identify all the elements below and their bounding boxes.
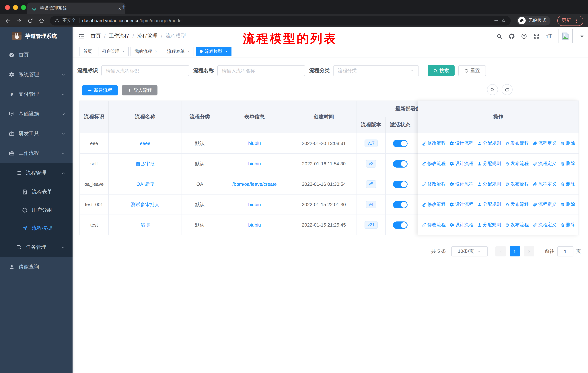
app-logo[interactable]: 芋道管理系统 bbox=[0, 27, 72, 45]
help-icon[interactable] bbox=[521, 33, 527, 39]
active-toggle[interactable] bbox=[393, 160, 408, 167]
op-publish-link[interactable]: 发布流程 bbox=[505, 181, 529, 187]
process-name-link[interactable]: OA 请假 bbox=[136, 181, 154, 187]
sidebar-item-home[interactable]: 首页 bbox=[0, 45, 72, 65]
fullscreen-icon[interactable] bbox=[534, 33, 540, 39]
prev-page-button[interactable] bbox=[495, 246, 506, 256]
import-process-button[interactable]: 导入流程 bbox=[122, 85, 157, 95]
browser-tab[interactable]: 芋道管理系统 × bbox=[27, 2, 126, 14]
refresh-table-button[interactable] bbox=[501, 84, 512, 95]
form-info-link[interactable]: /bpm/oa/leave/create bbox=[232, 181, 277, 187]
op-modify-link[interactable]: 修改流程 bbox=[422, 202, 446, 208]
bookmark-star-icon[interactable] bbox=[501, 18, 506, 23]
zoom-window-button[interactable] bbox=[21, 5, 26, 10]
active-toggle[interactable] bbox=[393, 201, 408, 208]
op-publish-link[interactable]: 发布流程 bbox=[505, 161, 529, 167]
sidebar-item-devtools[interactable]: 研发工具 bbox=[0, 124, 72, 143]
browser-menu-icon[interactable]: ⋮ bbox=[574, 18, 579, 23]
op-delete-link[interactable]: 删除 bbox=[560, 161, 575, 167]
process-name-link[interactable]: 自己审批 bbox=[136, 161, 155, 167]
op-modify-link[interactable]: 修改流程 bbox=[422, 161, 446, 167]
active-toggle[interactable] bbox=[393, 140, 408, 147]
sidebar-item-process-form[interactable]: 流程表单 bbox=[0, 183, 72, 201]
sidebar-item-task-mgmt[interactable]: 任务管理 bbox=[0, 238, 72, 257]
breadcrumb-item[interactable]: 流程管理 bbox=[137, 33, 158, 39]
version-badge[interactable]: v5 bbox=[366, 180, 376, 188]
process-category-select[interactable]: 流程分类 bbox=[333, 65, 419, 76]
op-assign-link[interactable]: 分配规则 bbox=[477, 161, 501, 167]
goto-page-input[interactable] bbox=[557, 246, 573, 256]
op-delete-link[interactable]: 删除 bbox=[560, 140, 575, 146]
version-badge[interactable]: v21 bbox=[365, 221, 378, 229]
address-bar[interactable]: 不安全 dashboard.yudao.iocoder.cn/bpm/manag… bbox=[50, 16, 511, 25]
version-badge[interactable]: v17 bbox=[365, 140, 378, 147]
form-info-link[interactable]: biubiu bbox=[248, 202, 261, 207]
op-design-link[interactable]: 设计流程 bbox=[449, 140, 473, 146]
version-badge[interactable]: v2 bbox=[366, 160, 376, 168]
search-button[interactable]: 搜索 bbox=[427, 65, 454, 76]
reset-button[interactable]: 重置 bbox=[458, 65, 486, 76]
op-publish-link[interactable]: 发布流程 bbox=[505, 222, 529, 228]
home-icon[interactable] bbox=[39, 18, 44, 23]
active-toggle[interactable] bbox=[393, 181, 408, 188]
op-delete-link[interactable]: 删除 bbox=[560, 181, 575, 187]
current-page-button[interactable]: 1 bbox=[509, 246, 520, 256]
process-name-link[interactable]: eeee bbox=[140, 141, 150, 146]
sidebar-item-workflow[interactable]: 工作流程 bbox=[0, 143, 72, 163]
op-design-link[interactable]: 设计流程 bbox=[449, 202, 473, 208]
sidebar-item-process-model[interactable]: 流程模型 bbox=[0, 219, 72, 238]
op-definition-link[interactable]: 流程定义 bbox=[532, 161, 556, 167]
version-badge[interactable]: v4 bbox=[366, 201, 376, 208]
back-icon[interactable] bbox=[5, 18, 10, 23]
op-publish-link[interactable]: 发布流程 bbox=[505, 140, 529, 146]
op-definition-link[interactable]: 流程定义 bbox=[532, 202, 556, 208]
tab-my-process[interactable]: 我的流程× bbox=[130, 47, 161, 56]
process-name-link[interactable]: 滔博 bbox=[140, 222, 150, 228]
form-info-link[interactable]: biubiu bbox=[248, 161, 261, 166]
sidebar-item-system[interactable]: 系统管理 bbox=[0, 65, 72, 84]
tab-process-model[interactable]: 流程模型× bbox=[196, 47, 232, 56]
op-assign-link[interactable]: 分配规则 bbox=[477, 140, 501, 146]
op-assign-link[interactable]: 分配规则 bbox=[477, 181, 501, 187]
op-modify-link[interactable]: 修改流程 bbox=[422, 222, 446, 228]
password-key-icon[interactable] bbox=[494, 18, 498, 23]
form-info-link[interactable]: biubiu bbox=[248, 222, 261, 228]
breadcrumb-item[interactable]: 工作流程 bbox=[109, 33, 129, 39]
sidebar-item-process-mgmt[interactable]: 流程管理 bbox=[0, 163, 72, 183]
tab-home[interactable]: 首页 bbox=[79, 47, 96, 56]
close-window-button[interactable] bbox=[5, 5, 10, 10]
sidebar-item-payment[interactable]: ¥支付管理 bbox=[0, 84, 72, 104]
sidebar-item-infra[interactable]: 基础设施 bbox=[0, 104, 72, 124]
create-process-button[interactable]: 新建流程 bbox=[82, 85, 117, 95]
page-size-select[interactable]: 10条/页 bbox=[451, 246, 488, 256]
op-assign-link[interactable]: 分配规则 bbox=[477, 222, 501, 228]
close-tab-icon[interactable]: × bbox=[122, 49, 125, 53]
browser-update-button[interactable]: 更新 ⋮ bbox=[557, 15, 583, 26]
minimize-window-button[interactable] bbox=[13, 5, 18, 10]
op-design-link[interactable]: 设计流程 bbox=[449, 181, 473, 187]
toggle-search-button[interactable] bbox=[487, 84, 498, 95]
op-design-link[interactable]: 设计流程 bbox=[449, 161, 473, 167]
tab-tenant[interactable]: 租户管理× bbox=[98, 47, 129, 56]
form-info-link[interactable]: biubiu bbox=[248, 141, 261, 146]
process-name-link[interactable]: 测试多审批人 bbox=[131, 201, 159, 208]
font-size-icon[interactable]: TT bbox=[546, 33, 552, 39]
collapse-sidebar-icon[interactable] bbox=[78, 33, 85, 40]
op-assign-link[interactable]: 分配规则 bbox=[477, 202, 501, 208]
close-tab-icon[interactable]: × bbox=[188, 49, 190, 53]
sidebar-item-user-group[interactable]: 用户分组 bbox=[0, 201, 72, 219]
op-modify-link[interactable]: 修改流程 bbox=[422, 181, 446, 187]
sidebar-item-leave-query[interactable]: 请假查询 bbox=[0, 257, 72, 277]
forward-icon[interactable] bbox=[16, 18, 22, 23]
op-delete-link[interactable]: 删除 bbox=[560, 202, 575, 208]
reload-icon[interactable] bbox=[27, 18, 33, 23]
op-definition-link[interactable]: 流程定义 bbox=[532, 222, 556, 228]
op-modify-link[interactable]: 修改流程 bbox=[422, 140, 446, 146]
avatar-caret-down-icon[interactable] bbox=[579, 33, 585, 39]
op-definition-link[interactable]: 流程定义 bbox=[532, 181, 556, 187]
process-key-input[interactable] bbox=[101, 65, 189, 76]
op-delete-link[interactable]: 删除 bbox=[560, 222, 575, 228]
close-tab-icon[interactable]: × bbox=[225, 49, 228, 53]
next-page-button[interactable] bbox=[524, 246, 534, 256]
new-tab-button[interactable]: + bbox=[122, 3, 126, 11]
